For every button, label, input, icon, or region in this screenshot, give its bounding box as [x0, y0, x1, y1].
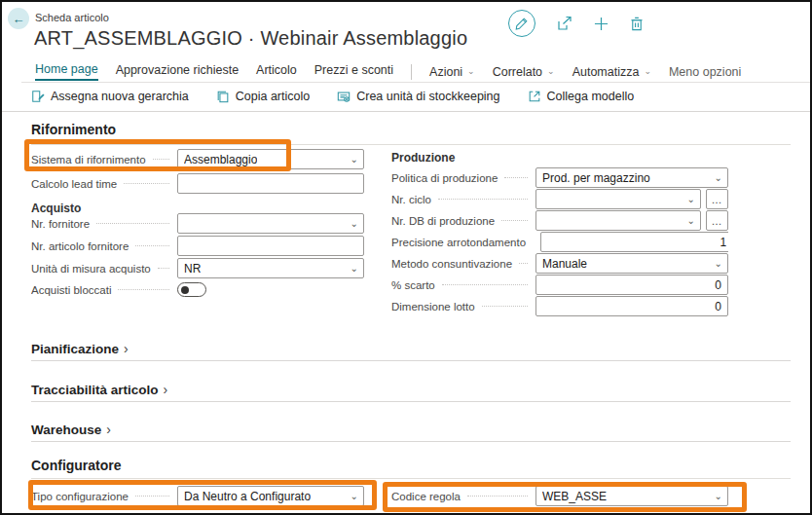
menu-automatizza[interactable]: Automatizza ⌄ — [572, 65, 651, 79]
chevron-down-icon: ⌄ — [547, 66, 555, 76]
menu-meno-opzioni[interactable]: Meno opzioni — [669, 65, 741, 79]
menu-azioni[interactable]: Azioni ⌄ — [429, 65, 475, 79]
tab-approvazione-richieste[interactable]: Approvazione richieste — [116, 63, 239, 80]
copia-articolo-button[interactable]: Copia articolo — [216, 90, 310, 103]
tipo-configurazione-select[interactable]: Da Neutro a Configurato ⌄ — [177, 486, 364, 506]
chevron-down-icon: ⌄ — [467, 66, 475, 76]
nr-fornitore-select[interactable]: ⌄ — [177, 213, 364, 234]
nr-articolo-fornitore-input[interactable] — [177, 236, 364, 256]
chevron-down-icon: ⌄ — [715, 171, 722, 182]
codice-regola-select[interactable]: WEB_ASSE ⌄ — [535, 486, 728, 506]
menu-correlato-label: Correlato — [493, 65, 542, 79]
field-label: Nr. DB di produzione — [391, 215, 495, 227]
menu-ribbon: Home page Approvazione richieste Articol… — [35, 62, 741, 81]
metodo-consuntivazione-select[interactable]: Manuale ⌄ — [535, 253, 728, 274]
field-value: 0 — [715, 278, 721, 292]
action-label: Copia articolo — [236, 90, 310, 103]
dotted-leader — [153, 159, 169, 160]
scarto-input[interactable]: 0 — [535, 275, 728, 295]
chevron-down-icon: ⌄ — [715, 490, 722, 500]
copy-icon — [216, 90, 230, 103]
chevron-down-icon: ⌄ — [351, 217, 358, 228]
action-divider — [2, 111, 810, 112]
unita-misura-acquisto-select[interactable]: NR ⌄ — [177, 258, 364, 278]
dotted-leader — [135, 245, 169, 246]
title-toolbar — [508, 8, 644, 39]
share-button[interactable] — [557, 16, 572, 31]
field-row: Politica di produzione Prod. per magazzi… — [391, 167, 728, 188]
nr-db-produzione-assist-button[interactable]: … — [706, 210, 728, 231]
chevron-right-icon: › — [124, 341, 129, 356]
back-arrow-icon: ← — [13, 12, 25, 26]
edit-button[interactable] — [508, 10, 535, 37]
chevron-down-icon: ⌄ — [351, 262, 358, 273]
dotted-leader — [467, 496, 528, 497]
calcolo-lead-time-input[interactable] — [177, 173, 364, 194]
link-template-icon — [528, 90, 541, 103]
dotted-leader — [482, 306, 528, 307]
field-row: Metodo consuntivazione Manuale ⌄ — [391, 253, 728, 274]
dotted-leader — [504, 177, 528, 178]
field-label: Calcolo lead time — [31, 178, 117, 190]
crea-unita-stockkeeping-button[interactable]: Crea unità di stockkeeping — [337, 90, 499, 103]
section-rule — [31, 478, 791, 479]
field-label: Acquisti bloccati — [31, 284, 111, 296]
breadcrumb: Scheda articolo — [35, 12, 109, 23]
assign-hierarchy-icon — [31, 90, 45, 103]
precisione-arrotondamento-input[interactable]: 1 — [540, 232, 728, 252]
nr-ciclo-select[interactable]: ⌄ — [535, 189, 701, 209]
toggle-knob — [181, 286, 189, 294]
assegna-nuova-gerarchia-button[interactable]: Assegna nuova gerarchia — [31, 90, 189, 103]
dimensione-lotto-input[interactable]: 0 — [535, 296, 728, 316]
field-label: Sistema di rifornimento — [31, 154, 146, 166]
politica-di-produzione-select[interactable]: Prod. per magazzino ⌄ — [535, 167, 728, 188]
nr-db-produzione-select[interactable]: ⌄ — [535, 210, 701, 231]
menu-separator — [411, 64, 412, 80]
dotted-leader — [442, 284, 528, 285]
menu-divider — [21, 82, 810, 83]
action-label: Assegna nuova gerarchia — [51, 90, 189, 103]
field-value: Assemblaggio — [184, 153, 257, 166]
section-warehouse[interactable]: Warehouse› — [31, 421, 791, 442]
section-title-rifornimento: Rifornimento — [31, 122, 116, 137]
action-label: Collega modello — [547, 90, 635, 103]
tab-home-page[interactable]: Home page — [35, 62, 98, 81]
tab-articolo[interactable]: Articolo — [256, 63, 297, 80]
combo-field: ⌄ … — [535, 210, 728, 231]
sistema-di-rifornimento-select[interactable]: Assemblaggio ⌄ — [177, 149, 364, 169]
chevron-down-icon: ⌄ — [644, 66, 651, 76]
share-icon — [557, 16, 572, 31]
collega-modello-button[interactable]: Collega modello — [528, 90, 635, 103]
action-bar: Assegna nuova gerarchia Copia articolo C… — [31, 90, 634, 103]
plus-icon — [594, 17, 609, 31]
section-pianificazione[interactable]: Pianificazione› — [31, 340, 791, 361]
back-button[interactable]: ← — [8, 8, 29, 29]
section-title: Warehouse — [31, 423, 101, 437]
field-value: WEB_ASSE — [542, 490, 607, 503]
dotted-leader — [519, 263, 528, 264]
section-title-configuratore: Configuratore — [31, 458, 122, 473]
section-tracciabilita-articolo[interactable]: Tracciabilità articolo› — [31, 381, 791, 402]
field-row: Nr. ciclo ⌄ … — [391, 189, 728, 209]
field-value: 1 — [720, 236, 726, 249]
acquisti-bloccati-toggle[interactable] — [177, 282, 206, 297]
tab-prezzi-e-sconti[interactable]: Prezzi e sconti — [314, 63, 393, 80]
field-value: Manuale — [542, 257, 587, 271]
chevron-right-icon: › — [164, 382, 168, 397]
combo-field: ⌄ … — [535, 189, 728, 209]
field-row: Nr. fornitore ⌄ — [31, 213, 364, 234]
dotted-leader — [118, 289, 169, 290]
subsection-title-produzione: Produzione — [391, 151, 455, 165]
section-title: Pianificazione — [31, 342, 119, 356]
field-row: Sistema di rifornimento Assemblaggio ⌄ — [31, 149, 364, 169]
field-label: Precisione arrotondamento — [391, 237, 526, 248]
field-row: Nr. articolo fornitore — [31, 236, 364, 256]
new-button[interactable] — [594, 17, 609, 31]
field-row: Codice regola WEB_ASSE ⌄ — [391, 486, 728, 506]
chevron-down-icon: ⌄ — [687, 193, 695, 203]
field-value: Prod. per magazzino — [542, 171, 650, 185]
field-row: % scarto 0 — [391, 275, 728, 295]
menu-correlato[interactable]: Correlato ⌄ — [493, 65, 555, 79]
delete-button[interactable] — [630, 17, 644, 31]
nr-ciclo-assist-button[interactable]: … — [706, 189, 728, 209]
